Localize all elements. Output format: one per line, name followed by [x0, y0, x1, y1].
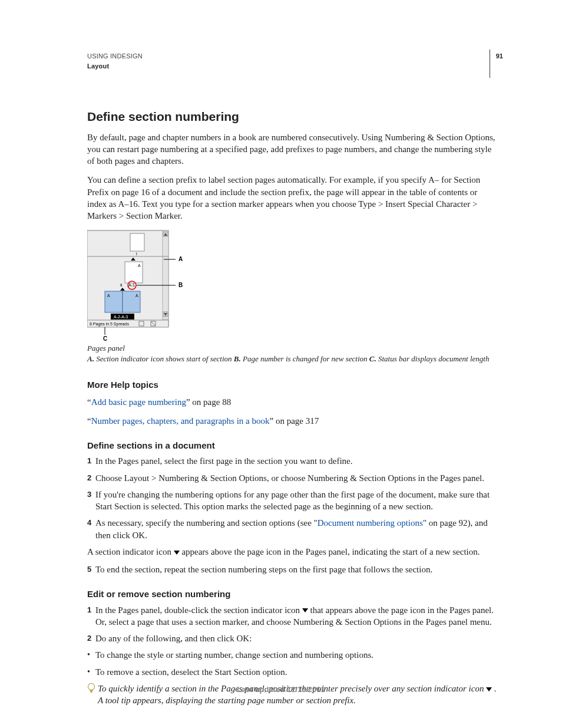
step-number: 5 [87, 564, 95, 575]
svg-text:A: A [107, 294, 110, 298]
edit-step-2-text: Do any of the following, and then click … [95, 633, 497, 644]
page-header: USING INDESIGN Layout 91 [87, 52, 497, 80]
intro-paragraph-1: By default, page and chapter numbers in … [87, 131, 497, 167]
note-post: appears above the page icon in the Pages… [181, 547, 480, 556]
heading-define-sections-in-a-document: Define sections in a document [87, 440, 497, 452]
heading-more-help-topics: More Help topics [87, 379, 497, 391]
more-help-link-row-1: “Add basic page numbering” on page 88 [87, 396, 497, 408]
step-number: 2 [87, 472, 95, 484]
svg-rect-2 [130, 233, 144, 251]
link1-suffix: on page 88 [190, 397, 232, 407]
svg-text:A: A [178, 256, 183, 262]
step-number: 1 [87, 455, 95, 467]
step-4-text: As necessary, specify the numbering and … [95, 517, 497, 541]
pages-panel-illustration: i A A ii A-1 B A A A-2-A-3 [87, 229, 199, 341]
link-number-pages-chapters-paragraphs[interactable]: Number pages, chapters, and paragraphs i… [91, 416, 270, 426]
step-number: 3 [87, 489, 95, 513]
heading-define-section-numbering: Define section numbering [87, 108, 497, 125]
legend-key-c: C. [369, 354, 376, 363]
legend-text-c: Status bar displays document length [376, 354, 490, 363]
step-number: 2 [87, 633, 95, 644]
svg-rect-3 [163, 230, 168, 319]
more-help-link-row-2: “Number pages, chapters, and paragraphs … [87, 415, 497, 427]
section-indicator-icon [302, 608, 308, 613]
step-3-text: If you're changing the numbering options… [95, 489, 497, 513]
svg-text:A-1: A-1 [128, 283, 135, 287]
section-indicator-icon [174, 551, 180, 555]
svg-text:i: i [136, 251, 137, 256]
step-4-pre: As necessary, specify the numbering and … [95, 518, 318, 528]
page-number-box: 91 [490, 50, 503, 78]
page-number: 91 [496, 52, 503, 60]
edit-remove-steps: 1 In the Pages panel, double-click the s… [87, 604, 497, 645]
svg-text:ii: ii [120, 282, 123, 288]
step-number: 4 [87, 517, 95, 541]
svg-text:A: A [135, 294, 138, 298]
section-name-label: Layout [87, 62, 143, 71]
figure-caption-legend: A. Section indicator icon shows start of… [87, 354, 497, 364]
define-sections-steps: 1 In the Pages panel, select the first p… [87, 455, 497, 541]
step-2-text: Choose Layout > Numbering & Section Opti… [95, 472, 497, 484]
step-1-text: In the Pages panel, select the first pag… [95, 455, 497, 467]
step-number: 1 [87, 604, 95, 628]
svg-text:A: A [138, 263, 141, 268]
svg-text:A-2-A-3: A-2-A-3 [114, 315, 128, 319]
note-pre: A section indicator icon [87, 547, 174, 556]
legend-key-b: B. [234, 354, 241, 363]
bullet-1-text: To change the style or starting number, … [95, 649, 373, 661]
product-name-label: USING INDESIGN [87, 52, 143, 61]
step-5-text: To end the section, repeat the section n… [95, 564, 497, 575]
svg-text:C: C [103, 335, 107, 341]
pages-panel-figure: i A A ii A-1 B A A A-2-A-3 [87, 229, 497, 364]
heading-edit-or-remove-section-numbering: Edit or remove section numbering [87, 588, 497, 600]
figure-caption-title: Pages panel [87, 343, 497, 354]
svg-text:8 Pages in 5 Spreads: 8 Pages in 5 Spreads [90, 322, 129, 327]
svg-text:B: B [178, 282, 183, 288]
link2-suffix: on page 317 [273, 416, 319, 426]
footer-last-updated: Last updated 11/16/2011 [0, 684, 562, 695]
edit-remove-bullets: To change the style or starting number, … [87, 649, 497, 678]
edit-step-1-pre: In the Pages panel, double-click the sec… [95, 605, 302, 615]
define-sections-steps-cont: 5 To end the section, repeat the section… [87, 564, 497, 575]
legend-text-b: Page number is changed for new section [241, 354, 369, 363]
intro-paragraph-2: You can define a section prefix to label… [87, 174, 497, 222]
legend-text-a: Section indicator icon shows start of se… [94, 354, 234, 363]
svg-marker-34 [174, 551, 180, 555]
bullet-2-text: To remove a section, deselect the Start … [95, 666, 287, 678]
link-document-numbering-options[interactable]: Document numbering options [318, 518, 423, 528]
legend-key-a: A. [87, 354, 94, 363]
section-indicator-note: A section indicator icon appears above t… [87, 546, 497, 558]
link-add-basic-page-numbering[interactable]: Add basic page numbering [91, 397, 186, 407]
edit-step-1-text: In the Pages panel, double-click the sec… [95, 604, 497, 628]
svg-marker-35 [302, 608, 308, 612]
